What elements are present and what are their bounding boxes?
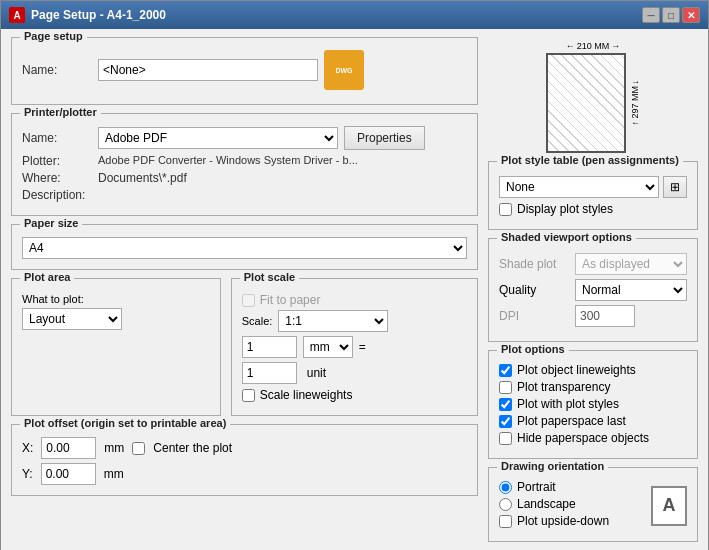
plotter-label: Plotter:: [22, 154, 94, 168]
printer-name-select[interactable]: Adobe PDF: [98, 127, 338, 149]
width-label: 210 MM: [577, 41, 610, 51]
x-input[interactable]: [41, 437, 96, 459]
drawing-orientation-group: Drawing orientation Portrait Landscape: [488, 467, 698, 542]
paper-hatch: [548, 55, 624, 151]
plot-option-2-label: Plot with plot styles: [517, 397, 619, 411]
center-plot-label: Center the plot: [153, 441, 232, 455]
what-to-plot-select[interactable]: Layout: [22, 308, 122, 330]
scale-value-row: mm =: [242, 336, 467, 358]
scale-lineweights-label: Scale lineweights: [260, 388, 353, 402]
scale-unit-row: unit: [242, 362, 467, 384]
arrow-right: →: [611, 41, 620, 51]
plot-option-2: Plot with plot styles: [499, 397, 687, 411]
display-plot-styles-checkbox[interactable]: [499, 203, 512, 216]
preview-wrapper: ← 210 MM → ↑ 297 MM: [488, 41, 698, 153]
plot-option-1-label: Plot transparency: [517, 380, 610, 394]
landscape-radio[interactable]: [499, 498, 512, 511]
right-panel: ← 210 MM → ↑ 297 MM: [488, 37, 698, 550]
dim-top: ← 210 MM →: [546, 41, 640, 51]
printer-name-label: Name:: [22, 131, 92, 145]
y-label: Y:: [22, 467, 33, 481]
plot-style-table-title: Plot style table (pen assignments): [497, 154, 683, 166]
dpi-input[interactable]: [575, 305, 635, 327]
app-icon: A: [9, 7, 25, 23]
plot-options-list: Plot object lineweights Plot transparenc…: [499, 363, 687, 445]
plot-scale-title: Plot scale: [240, 271, 299, 283]
plot-area-group: Plot area What to plot: Layout: [11, 278, 221, 416]
plot-style-edit-button[interactable]: ⊞: [663, 176, 687, 198]
close-button[interactable]: ✕: [682, 7, 700, 23]
shade-plot-select[interactable]: As displayed: [575, 253, 687, 275]
plot-area-title: Plot area: [20, 271, 74, 283]
fit-to-paper-checkbox[interactable]: [242, 294, 255, 307]
dpi-row: DPI: [499, 305, 687, 327]
plot-upside-down-label: Plot upside-down: [517, 514, 609, 528]
scale-label: Scale:: [242, 315, 273, 327]
plot-option-4-label: Hide paperspace objects: [517, 431, 649, 445]
plot-scale-group: Plot scale Fit to paper Scale: 1:1: [231, 278, 478, 416]
portrait-radio[interactable]: [499, 481, 512, 494]
center-plot-checkbox[interactable]: [132, 442, 145, 455]
plot-options-group: Plot options Plot object lineweights Plo…: [488, 350, 698, 459]
quality-row: Quality Normal: [499, 279, 687, 301]
title-controls: ─ □ ✕: [642, 7, 700, 23]
scale-select[interactable]: 1:1: [278, 310, 388, 332]
unit-select[interactable]: mm: [303, 336, 353, 358]
dialog-content: Page setup Name: DWG Printer/plotter Nam…: [1, 29, 708, 550]
plot-option-1-checkbox[interactable]: [499, 381, 512, 394]
page-setup-dialog: A Page Setup - A4-1_2000 ─ □ ✕ Page setu…: [0, 0, 709, 550]
where-label: Where:: [22, 171, 94, 185]
paper-size-select[interactable]: A4: [22, 237, 467, 259]
plot-options-title: Plot options: [497, 343, 569, 355]
y-mm: mm: [104, 467, 124, 481]
dpi-label: DPI: [499, 309, 569, 323]
where-row: Where: Documents\*.pdf: [22, 171, 467, 185]
page-setup-name-input[interactable]: [98, 59, 318, 81]
plot-option-3-label: Plot paperspace last: [517, 414, 626, 428]
window-title: Page Setup - A4-1_2000: [31, 8, 166, 22]
display-plot-styles-row: Display plot styles: [499, 202, 687, 216]
orientation-options: Portrait Landscape Plot upside-down: [499, 480, 609, 531]
plot-upside-down-checkbox[interactable]: [499, 515, 512, 528]
page-setup-group: Page setup Name: DWG: [11, 37, 478, 105]
title-bar: A Page Setup - A4-1_2000 ─ □ ✕: [1, 1, 708, 29]
minimize-button[interactable]: ─: [642, 7, 660, 23]
scale-lineweights-row: Scale lineweights: [242, 388, 467, 402]
plot-option-0-checkbox[interactable]: [499, 364, 512, 377]
printer-name-row: Name: Adobe PDF Properties: [22, 126, 467, 150]
plotter-value: Adobe PDF Converter - Windows System Dri…: [98, 154, 358, 166]
plot-option-4-checkbox[interactable]: [499, 432, 512, 445]
plot-option-2-checkbox[interactable]: [499, 398, 512, 411]
properties-button[interactable]: Properties: [344, 126, 425, 150]
fit-to-paper-row: Fit to paper: [242, 293, 467, 307]
plot-style-table-select[interactable]: None: [499, 176, 659, 198]
title-bar-left: A Page Setup - A4-1_2000: [9, 7, 166, 23]
quality-select[interactable]: Normal: [575, 279, 687, 301]
scale-value1-input[interactable]: [242, 336, 297, 358]
portrait-row: Portrait: [499, 480, 609, 494]
orientation-letter: A: [663, 495, 676, 516]
height-label: 297 MM: [630, 87, 640, 120]
scale-row: Scale: 1:1: [242, 310, 467, 332]
maximize-button[interactable]: □: [662, 7, 680, 23]
paper-size-row: A4: [22, 237, 467, 259]
plot-option-3-checkbox[interactable]: [499, 415, 512, 428]
fit-to-paper-label: Fit to paper: [260, 293, 321, 307]
drawing-orientation-title: Drawing orientation: [497, 460, 608, 472]
plot-option-0: Plot object lineweights: [499, 363, 687, 377]
description-label: Description:: [22, 188, 94, 202]
arrow-up: ↑: [630, 121, 640, 126]
x-mm: mm: [104, 441, 124, 455]
where-value: Documents\*.pdf: [98, 171, 187, 185]
scale-lineweights-checkbox[interactable]: [242, 389, 255, 402]
page-setup-title: Page setup: [20, 30, 87, 42]
plot-upside-down-row: Plot upside-down: [499, 514, 609, 528]
equals-sign: =: [359, 340, 366, 354]
y-input[interactable]: [41, 463, 96, 485]
plot-offset-group: Plot offset (origin set to printable are…: [11, 424, 478, 496]
plot-offset-y-row: Y: mm: [22, 463, 467, 485]
scale-value2-input[interactable]: [242, 362, 297, 384]
shaded-viewport-title: Shaded viewport options: [497, 231, 636, 243]
dwg-icon: DWG: [324, 50, 364, 90]
arrow-down: ↓: [630, 80, 640, 85]
